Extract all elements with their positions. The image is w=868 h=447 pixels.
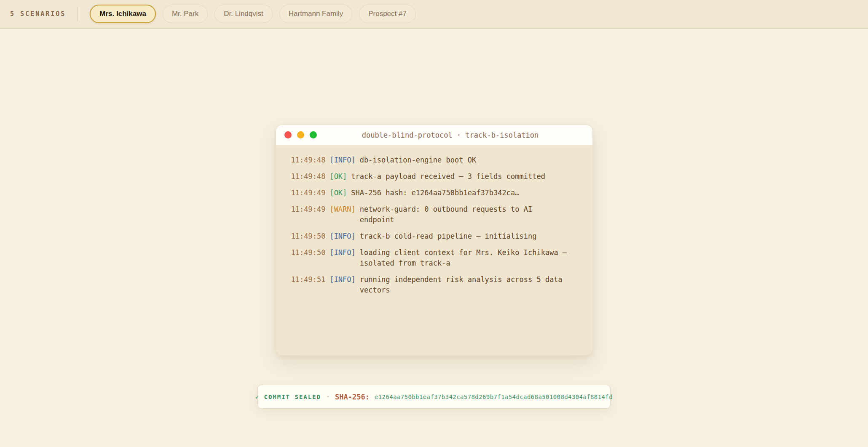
log-message: SHA-256 hash: e1264aa750bb1eaf37b342ca…	[351, 188, 519, 198]
log-timestamp: 11:49:49	[291, 188, 326, 198]
log-entry: 11:49:49 [OK] SHA-256 hash: e1264aa750bb…	[291, 188, 577, 198]
log-level-badge: [INFO]	[330, 231, 355, 242]
traffic-lights	[284, 131, 317, 138]
scenario-tab-label: Hartmann Family	[289, 10, 343, 18]
log-entry: 11:49:49 [WARN] network-guard: 0 outboun…	[291, 204, 577, 225]
scenario-tab-hartmann-family[interactable]: Hartmann Family	[279, 5, 352, 23]
log-message: network-guard: 0 outbound requests to AI…	[360, 204, 569, 225]
log-level-badge: [INFO]	[330, 274, 355, 295]
log-message: track-a payload received — 3 fields comm…	[351, 171, 545, 182]
scenarios-count-label: 5 SCENARIOS	[10, 10, 66, 18]
check-icon: ✓	[255, 394, 259, 400]
separator-dot-icon: ·	[326, 393, 330, 401]
log-level-badge: [WARN]	[330, 204, 355, 225]
log-timestamp: 11:49:49	[291, 204, 326, 225]
terminal-window: double-blind-protocol · track-b-isolatio…	[276, 125, 593, 356]
log-level-badge: [INFO]	[330, 155, 355, 165]
terminal-title: double-blind-protocol · track-b-isolatio…	[317, 131, 584, 139]
log-message: running independent risk analysis across…	[360, 274, 569, 295]
log-timestamp: 11:49:50	[291, 231, 326, 242]
terminal-log-area: 11:49:48 [INFO] db-isolation-engine boot…	[276, 145, 592, 355]
log-entry: 11:49:50 [INFO] track-b cold-read pipeli…	[291, 231, 577, 242]
log-level-badge: [OK]	[330, 171, 347, 182]
log-entry: 11:49:51 [INFO] running independent risk…	[291, 274, 577, 295]
minimize-window-icon[interactable]	[297, 131, 304, 138]
log-entry: 11:49:48 [OK] track-a payload received —…	[291, 171, 577, 182]
topbar-divider	[78, 7, 78, 21]
log-timestamp: 11:49:50	[291, 247, 326, 269]
scenario-tab-label: Dr. Lindqvist	[224, 10, 263, 18]
log-timestamp: 11:49:51	[291, 274, 326, 295]
scenario-tab-label: Mr. Park	[172, 10, 198, 18]
sha-hash-value: e1264aa750bb1eaf37b342ca578d269b7f1a54dc…	[375, 394, 613, 400]
close-window-icon[interactable]	[284, 131, 292, 138]
commit-sealed-bar: ✓ COMMIT SEALED · SHA-256: e1264aa750bb1…	[257, 385, 611, 409]
log-entry: 11:49:48 [INFO] db-isolation-engine boot…	[291, 155, 577, 165]
log-timestamp: 11:49:48	[291, 171, 326, 182]
scenario-tab-dr-lindqvist[interactable]: Dr. Lindqvist	[214, 5, 273, 23]
scenario-tab-label: Mrs. Ichikawa	[99, 10, 146, 18]
log-message: loading client context for Mrs. Keiko Ic…	[360, 247, 569, 269]
log-timestamp: 11:49:48	[291, 155, 326, 165]
log-level-badge: [INFO]	[330, 247, 355, 269]
log-message: db-isolation-engine boot OK	[360, 155, 476, 165]
scenario-tab-mrs-ichikawa[interactable]: Mrs. Ichikawa	[90, 5, 156, 23]
top-bar: 5 SCENARIOS Mrs. Ichikawa Mr. Park Dr. L…	[0, 0, 868, 29]
commit-status-label: COMMIT SEALED	[264, 394, 321, 400]
log-level-badge: [OK]	[330, 188, 347, 198]
scenario-tab-mr-park[interactable]: Mr. Park	[163, 5, 208, 23]
terminal-titlebar: double-blind-protocol · track-b-isolatio…	[276, 125, 592, 145]
scenario-tabs: Mrs. Ichikawa Mr. Park Dr. Lindqvist Har…	[90, 5, 416, 23]
scenario-tab-label: Prospect #7	[368, 10, 407, 18]
log-message: track-b cold-read pipeline — initialisin…	[360, 231, 537, 242]
log-entry: 11:49:50 [INFO] loading client context f…	[291, 247, 577, 269]
scenario-tab-prospect-7[interactable]: Prospect #7	[359, 5, 416, 23]
zoom-window-icon[interactable]	[310, 131, 317, 138]
sha-label: SHA-256:	[335, 393, 370, 401]
